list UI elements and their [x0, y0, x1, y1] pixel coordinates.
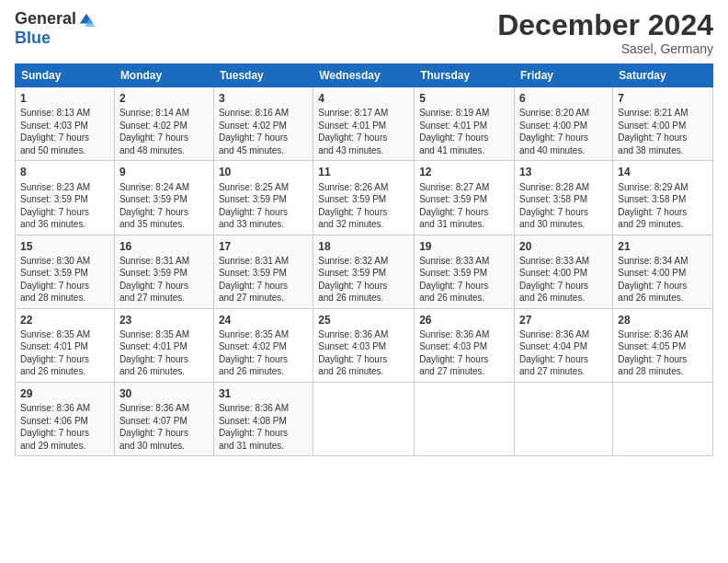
- day-detail: Sunset: 3:59 PM: [419, 193, 509, 206]
- day-detail: Sunrise: 8:25 AM: [219, 181, 308, 194]
- day-detail: Daylight: 7 hours: [318, 280, 409, 293]
- day-number: 18: [318, 239, 409, 254]
- day-number: 13: [519, 165, 608, 179]
- day-detail: Daylight: 7 hours: [219, 206, 308, 219]
- calendar-header-thursday: Thursday: [415, 64, 515, 87]
- day-number: 17: [219, 239, 308, 254]
- day-detail: and 26 minutes.: [219, 365, 308, 378]
- day-detail: Sunrise: 8:36 AM: [219, 402, 308, 415]
- day-detail: Sunrise: 8:36 AM: [419, 328, 509, 341]
- day-detail: and 45 minutes.: [219, 144, 308, 157]
- calendar-week-row: 29Sunrise: 8:36 AMSunset: 4:06 PMDayligh…: [16, 382, 713, 455]
- day-number: 2: [119, 91, 209, 106]
- calendar-cell: 5Sunrise: 8:19 AMSunset: 4:01 PMDaylight…: [415, 87, 515, 161]
- day-detail: Sunset: 3:59 PM: [20, 193, 109, 206]
- day-detail: Sunrise: 8:28 AM: [519, 181, 608, 194]
- day-detail: and 27 minutes.: [119, 292, 209, 304]
- day-detail: Daylight: 7 hours: [519, 206, 608, 219]
- day-number: 14: [618, 165, 708, 179]
- day-detail: and 28 minutes.: [20, 292, 109, 304]
- day-detail: and 29 minutes.: [20, 440, 109, 453]
- day-detail: and 38 minutes.: [618, 144, 708, 157]
- day-number: 3: [219, 91, 308, 106]
- day-number: 11: [318, 165, 409, 179]
- day-detail: Sunrise: 8:21 AM: [618, 107, 708, 120]
- day-number: 31: [219, 386, 308, 401]
- day-detail: Sunrise: 8:16 AM: [219, 107, 308, 120]
- day-detail: Daylight: 7 hours: [318, 206, 409, 219]
- day-detail: Sunrise: 8:29 AM: [618, 181, 708, 194]
- calendar-cell: 16Sunrise: 8:31 AMSunset: 3:59 PMDayligh…: [114, 235, 213, 308]
- day-detail: Sunset: 3:58 PM: [618, 193, 708, 206]
- calendar-header-wednesday: Wednesday: [313, 64, 415, 87]
- day-detail: and 31 minutes.: [419, 218, 509, 231]
- calendar-header-saturday: Saturday: [613, 64, 713, 87]
- calendar-cell: 13Sunrise: 8:28 AMSunset: 3:58 PMDayligh…: [515, 161, 613, 235]
- calendar-cell: 9Sunrise: 8:24 AMSunset: 3:59 PMDaylight…: [114, 161, 213, 235]
- day-number: 24: [219, 313, 308, 327]
- day-detail: Daylight: 7 hours: [318, 132, 409, 144]
- calendar-header-row: SundayMondayTuesdayWednesdayThursdayFrid…: [16, 64, 713, 87]
- calendar-cell: 6Sunrise: 8:20 AMSunset: 4:00 PMDaylight…: [515, 87, 613, 161]
- calendar-cell: 27Sunrise: 8:36 AMSunset: 4:04 PMDayligh…: [515, 308, 613, 382]
- day-detail: and 30 minutes.: [519, 218, 608, 231]
- day-detail: and 50 minutes.: [20, 144, 109, 157]
- day-detail: Sunset: 4:00 PM: [519, 120, 608, 132]
- calendar-header-sunday: Sunday: [16, 64, 115, 87]
- day-number: 25: [318, 313, 409, 327]
- day-detail: and 40 minutes.: [519, 144, 608, 157]
- day-detail: Sunrise: 8:14 AM: [119, 107, 209, 120]
- calendar-cell: 3Sunrise: 8:16 AMSunset: 4:02 PMDaylight…: [213, 87, 313, 161]
- calendar-cell: 2Sunrise: 8:14 AMSunset: 4:02 PMDaylight…: [114, 87, 213, 161]
- calendar-header-friday: Friday: [515, 64, 613, 87]
- day-detail: Sunrise: 8:26 AM: [318, 181, 409, 194]
- day-detail: Daylight: 7 hours: [20, 206, 109, 219]
- day-detail: Sunset: 4:00 PM: [519, 267, 608, 280]
- day-detail: and 41 minutes.: [419, 144, 509, 157]
- day-number: 6: [519, 91, 608, 106]
- day-detail: and 32 minutes.: [318, 218, 409, 231]
- day-detail: Sunrise: 8:36 AM: [318, 328, 409, 341]
- day-number: 22: [20, 313, 109, 327]
- day-detail: Sunrise: 8:31 AM: [219, 255, 308, 268]
- day-detail: Daylight: 7 hours: [618, 206, 708, 219]
- day-detail: Sunrise: 8:24 AM: [119, 181, 209, 194]
- day-detail: Daylight: 7 hours: [20, 427, 109, 440]
- calendar-cell: 30Sunrise: 8:36 AMSunset: 4:07 PMDayligh…: [114, 382, 213, 455]
- day-detail: Sunset: 4:02 PM: [119, 120, 209, 132]
- calendar-cell: 8Sunrise: 8:23 AMSunset: 3:59 PMDaylight…: [16, 161, 115, 235]
- day-detail: Daylight: 7 hours: [219, 280, 308, 293]
- day-detail: Daylight: 7 hours: [219, 353, 308, 366]
- header: General Blue December 2024 Sasel, German…: [15, 9, 713, 56]
- day-detail: Sunrise: 8:36 AM: [119, 402, 209, 415]
- day-detail: Daylight: 7 hours: [119, 280, 209, 293]
- day-detail: Sunset: 4:02 PM: [219, 120, 308, 132]
- calendar-cell: 12Sunrise: 8:27 AMSunset: 3:59 PMDayligh…: [415, 161, 515, 235]
- day-detail: Sunrise: 8:32 AM: [318, 255, 409, 268]
- location-subtitle: Sasel, Germany: [497, 41, 713, 56]
- calendar-cell: [515, 382, 613, 455]
- day-detail: Sunset: 4:08 PM: [219, 415, 308, 428]
- calendar-week-row: 15Sunrise: 8:30 AMSunset: 3:59 PMDayligh…: [16, 235, 713, 308]
- calendar-cell: 14Sunrise: 8:29 AMSunset: 3:58 PMDayligh…: [613, 161, 713, 235]
- day-detail: Daylight: 7 hours: [618, 280, 708, 293]
- day-detail: and 26 minutes.: [119, 365, 209, 378]
- day-detail: Daylight: 7 hours: [119, 353, 209, 366]
- day-number: 12: [419, 165, 509, 179]
- calendar-cell: 7Sunrise: 8:21 AMSunset: 4:00 PMDaylight…: [613, 87, 713, 161]
- day-number: 29: [20, 386, 109, 401]
- calendar-cell: 28Sunrise: 8:36 AMSunset: 4:05 PMDayligh…: [613, 308, 713, 382]
- day-detail: and 27 minutes.: [519, 365, 608, 378]
- calendar-cell: 29Sunrise: 8:36 AMSunset: 4:06 PMDayligh…: [16, 382, 115, 455]
- calendar-cell: 22Sunrise: 8:35 AMSunset: 4:01 PMDayligh…: [16, 308, 115, 382]
- day-detail: Sunset: 4:03 PM: [419, 340, 509, 353]
- day-number: 1: [20, 91, 109, 106]
- day-detail: Sunrise: 8:17 AM: [318, 107, 409, 120]
- day-number: 21: [618, 239, 708, 254]
- day-number: 15: [20, 239, 109, 254]
- page: General Blue December 2024 Sasel, German…: [0, 0, 728, 563]
- calendar-cell: 17Sunrise: 8:31 AMSunset: 3:59 PMDayligh…: [213, 235, 313, 308]
- day-detail: and 26 minutes.: [20, 365, 109, 378]
- day-detail: and 30 minutes.: [119, 440, 209, 453]
- calendar-cell: 25Sunrise: 8:36 AMSunset: 4:03 PMDayligh…: [313, 308, 415, 382]
